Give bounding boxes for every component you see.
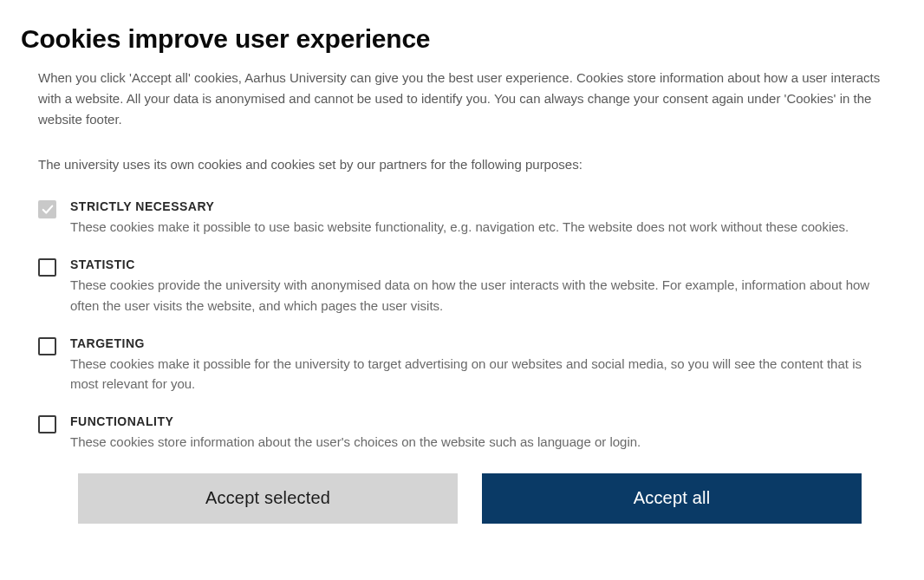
- cookie-categories: STRICTLY NECESSARY These cookies make it…: [38, 199, 882, 453]
- checkbox-statistic[interactable]: [38, 258, 56, 277]
- dialog-intro: When you click 'Accept all' cookies, Aar…: [38, 68, 882, 130]
- category-body: STRICTLY NECESSARY These cookies make it…: [70, 199, 882, 237]
- cookie-consent-dialog: Cookies improve user experience When you…: [0, 0, 924, 524]
- checkbox-functionality[interactable]: [38, 415, 56, 433]
- category-title: STATISTIC: [70, 257, 882, 271]
- dialog-actions: Accept selected Accept all: [21, 473, 903, 524]
- dialog-subintro: The university uses its own cookies and …: [38, 154, 903, 175]
- category-title: FUNCTIONALITY: [70, 414, 882, 428]
- category-desc: These cookies make it possible to use ba…: [70, 217, 882, 237]
- category-body: FUNCTIONALITY These cookies store inform…: [70, 414, 882, 452]
- category-statistic: STATISTIC These cookies provide the univ…: [38, 257, 882, 316]
- category-functionality: FUNCTIONALITY These cookies store inform…: [38, 414, 882, 452]
- category-title: STRICTLY NECESSARY: [70, 199, 882, 213]
- checkbox-targeting[interactable]: [38, 337, 56, 355]
- category-body: TARGETING These cookies make it possible…: [70, 336, 882, 394]
- dialog-title: Cookies improve user experience: [21, 24, 903, 54]
- accept-selected-button[interactable]: Accept selected: [78, 473, 458, 524]
- checkmark-icon: [42, 204, 54, 216]
- category-desc: These cookies store information about th…: [70, 432, 882, 452]
- category-strictly-necessary: STRICTLY NECESSARY These cookies make it…: [38, 199, 882, 237]
- category-targeting: TARGETING These cookies make it possible…: [38, 336, 882, 394]
- accept-all-button[interactable]: Accept all: [482, 473, 862, 524]
- category-desc: These cookies provide the university wit…: [70, 275, 882, 316]
- category-title: TARGETING: [70, 336, 882, 350]
- category-body: STATISTIC These cookies provide the univ…: [70, 257, 882, 316]
- category-desc: These cookies make it possible for the u…: [70, 354, 882, 394]
- checkbox-strictly-necessary: [38, 200, 56, 218]
